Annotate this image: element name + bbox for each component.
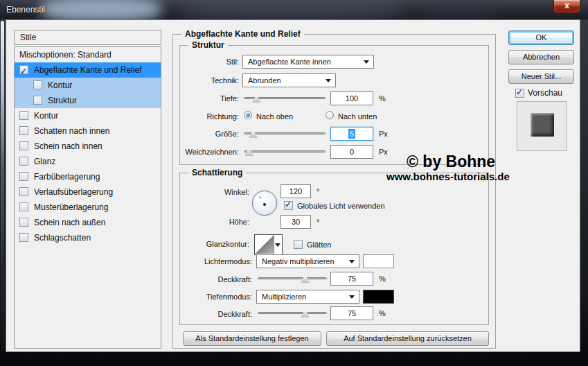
glanzkontur-label: Glanzkontur: (180, 240, 249, 248)
reset-default-button[interactable]: Auf Standardeinstellung zurücksetzen (326, 331, 489, 346)
style-enable-checkbox[interactable] (33, 96, 42, 105)
style-enable-checkbox[interactable] (19, 202, 28, 211)
richtung-nach-unten-radio[interactable] (326, 111, 334, 119)
sidebar-item[interactable]: Struktur (15, 93, 161, 108)
sidebar-item-label: Schlagschatten (34, 230, 91, 245)
deckkraft1-unit: % (379, 274, 386, 283)
panel-title: Abgeflachte Kante und Relief (181, 29, 304, 39)
weichzeichnen-input[interactable]: 0 (330, 145, 373, 159)
groesse-input-selected-text: 5 (348, 129, 355, 139)
sidebar-item[interactable]: Kontur (15, 78, 161, 93)
technik-label: Technik: (180, 76, 239, 85)
style-enable-checkbox[interactable]: ✓ (19, 65, 28, 74)
weichzeichnen-slider[interactable] (244, 146, 326, 158)
window-frame-highlight (1, 21, 4, 351)
groesse-label: Größe: (180, 130, 239, 138)
globales-licht-label: Globales Licht verwenden (297, 202, 385, 210)
style-enable-checkbox[interactable] (19, 111, 28, 120)
lichtermodus-dropdown[interactable]: Negativ multiplizieren (256, 254, 359, 268)
sidebar-item[interactable]: Schein nach innen (15, 139, 161, 154)
hoehe-input[interactable]: 30 (280, 215, 311, 229)
style-enable-checkbox[interactable] (19, 157, 28, 166)
slider-track (258, 277, 327, 279)
deckkraft2-label: Deckkraft: (180, 310, 252, 318)
sidebar-item[interactable]: Schatten nach innen (15, 123, 161, 139)
new-style-button[interactable]: Neuer Stil... (508, 69, 574, 84)
deckkraft1-input[interactable]: 75 (330, 272, 373, 286)
sidebar-item[interactable]: ✓Abgeflachte Kante und Relief (15, 62, 161, 78)
sidebar-item[interactable]: Farbüberlagerung (15, 169, 161, 184)
deckkraft1-label: Deckkraft: (180, 275, 252, 284)
tiefe-label: Tiefe: (180, 94, 239, 103)
winkel-unit: ° (317, 187, 319, 195)
style-enable-checkbox[interactable] (33, 80, 42, 89)
titlebar-glass-blur (40, 0, 161, 19)
title-bar[interactable]: Ebenenstil (0, 0, 588, 19)
sidebar-item[interactable]: Mischoptionen: Standard (15, 47, 161, 62)
richtung-nach-oben-radio[interactable] (244, 111, 252, 119)
style-enable-checkbox[interactable] (19, 126, 28, 135)
sidebar-item-label: Musterüberlagerung (34, 200, 108, 215)
ok-button[interactable]: OK (508, 31, 574, 45)
sidebar-item-label: Schein nach innen (34, 139, 103, 154)
vorschau-checkbox[interactable]: ✓ (515, 89, 524, 98)
sidebar-item[interactable]: Glanz (15, 154, 161, 169)
watermark-url: www.bohnes-tutorials.de (386, 171, 510, 182)
stil-dropdown[interactable]: Abgeflachte Kante innen (242, 55, 374, 69)
sidebar-item-label: Schein nach außen (34, 215, 105, 230)
richtung-nach-oben-label: Nach oben (256, 112, 293, 121)
tiefenmodus-label: Tiefenmodus: (180, 293, 252, 301)
style-enable-checkbox[interactable] (19, 172, 28, 181)
sidebar-item-label: Mischoptionen: Standard (19, 47, 112, 62)
glaetten-checkbox[interactable] (294, 240, 303, 249)
technik-dropdown[interactable]: Abrunden (242, 73, 336, 87)
winkel-dial[interactable]: + (252, 191, 277, 216)
groesse-slider[interactable] (244, 128, 326, 140)
set-default-button[interactable]: Als Standardeinstellung festlegen (183, 331, 321, 346)
close-button[interactable]: x (553, 0, 580, 13)
glaetten-label: Glätten (307, 241, 331, 249)
winkel-input[interactable]: 120 (280, 184, 311, 198)
style-enable-checkbox[interactable] (19, 141, 28, 150)
style-enable-checkbox[interactable] (19, 187, 28, 196)
sidebar-item-label: Struktur (48, 93, 77, 108)
check-icon: ✓ (285, 200, 292, 209)
sidebar-item-label: Kontur (48, 78, 72, 93)
glanzkontur-swatch[interactable] (254, 234, 283, 255)
sidebar-item[interactable]: Musterüberlagerung (15, 200, 161, 215)
deckkraft2-input[interactable]: 75 (330, 306, 373, 320)
sidebar-item-label: Glanz (34, 154, 55, 169)
style-enable-checkbox[interactable] (19, 218, 28, 227)
cancel-button[interactable]: Abbrechen (508, 50, 574, 64)
hoehe-label: Höhe: (180, 218, 249, 226)
lichtermodus-color-swatch[interactable] (363, 254, 394, 268)
window-title: Ebenenstil (6, 5, 45, 15)
weichzeichnen-unit: Px (379, 148, 388, 156)
dialog-body: Stile Mischoptionen: Standard✓Abgeflacht… (6, 19, 580, 352)
groesse-input[interactable]: 5 (330, 127, 373, 141)
sidebar-item[interactable]: Schein nach außen (15, 215, 161, 230)
tiefe-slider[interactable] (244, 92, 326, 105)
styles-header: Stile (14, 30, 161, 45)
weichzeichnen-label: Weichzeichnen: (180, 148, 239, 156)
crosshair-icon: + (258, 194, 262, 201)
sidebar-item[interactable]: Schlagschatten (15, 230, 161, 245)
deckkraft2-slider[interactable] (258, 307, 327, 320)
style-enable-checkbox[interactable] (19, 233, 28, 242)
tiefenmodus-dropdown[interactable]: Multiplizieren (256, 290, 359, 304)
lichtermodus-dropdown-value: Negativ multiplizieren (262, 257, 335, 265)
deckkraft1-slider[interactable] (258, 272, 327, 285)
chevron-down-icon (364, 60, 369, 64)
tiefe-unit: % (379, 94, 386, 103)
titlebar-glass-blur (177, 0, 405, 19)
tiefenmodus-color-swatch[interactable] (363, 290, 394, 304)
tiefe-input[interactable]: 100 (330, 92, 373, 105)
sidebar-item[interactable]: Verlaufsüberlagerung (15, 184, 161, 200)
style-preview-thumbnail (531, 113, 554, 137)
globales-licht-checkbox[interactable]: ✓ (284, 201, 293, 210)
chevron-down-icon (275, 243, 280, 247)
sidebar-item[interactable]: Kontur (15, 108, 161, 123)
chevron-down-icon (349, 295, 355, 299)
contour-dropdown-zone[interactable] (274, 235, 282, 254)
lichtermodus-label: Lichtermodus: (180, 257, 252, 265)
